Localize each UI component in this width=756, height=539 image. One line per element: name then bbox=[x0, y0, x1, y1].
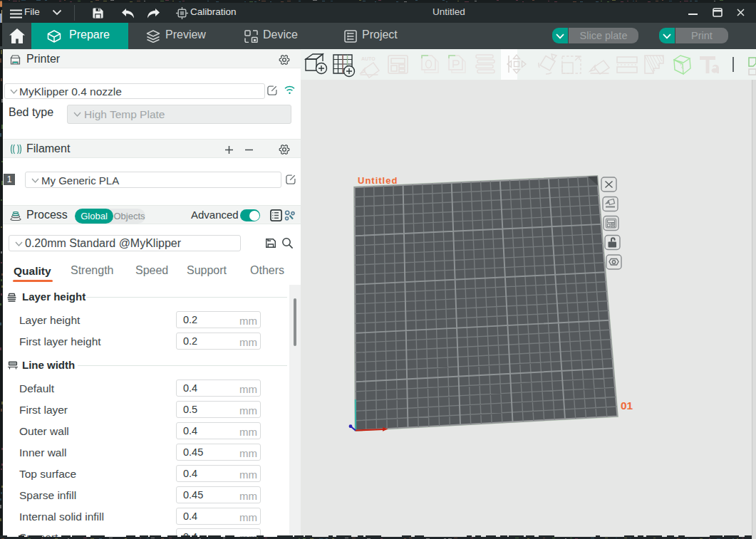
svg-text:AUTO: AUTO bbox=[361, 56, 376, 61]
